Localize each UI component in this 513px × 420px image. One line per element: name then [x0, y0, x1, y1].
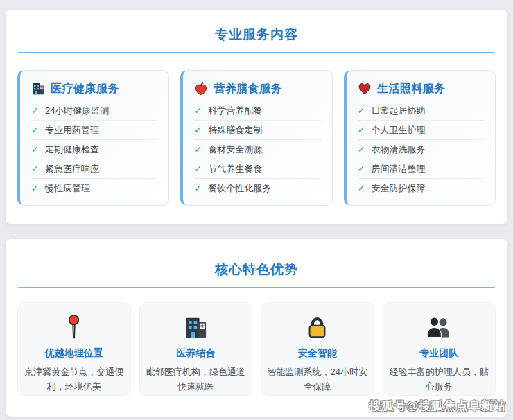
service-item: ✓ 紧急医疗响应 [31, 159, 157, 179]
check-icon: ✓ [31, 145, 39, 154]
service-card-nutrition: 营养膳食服务 ✓ 科学营养配餐 ✓ 特殊膳食定制 ✓ 食材安全溯源 [180, 70, 332, 206]
service-item: ✓ 安全防护保障 [358, 179, 484, 198]
feature-title: 医养结合 [140, 347, 252, 360]
feature-title: 优越地理位置 [18, 347, 130, 360]
service-item: ✓ 节气养生餐食 [194, 159, 320, 179]
title-underline [18, 287, 495, 288]
service-item-label: 特殊膳食定制 [208, 124, 262, 136]
service-item-label: 慢性病管理 [45, 182, 90, 194]
service-item: ✓ 24小时健康监测 [31, 101, 157, 121]
watermark: 搜狐号@搜狐焦点阜新站 [369, 398, 506, 414]
feature-card-medical-care: 医养结合 毗邻医疗机构，绿色通道快速就医 [139, 302, 253, 396]
feature-description: 京津冀黄金节点，交通便利，环境优美 [18, 365, 130, 394]
feature-cards-row: 优越地理位置 京津冀黄金节点，交通便利，环境优美 [6, 302, 507, 396]
service-card-medical: 医疗健康服务 ✓ 24小时健康监测 ✓ 专业用药管理 ✓ 定期健康检查 [17, 70, 169, 206]
feature-title: 专业团队 [383, 347, 496, 360]
service-cards-row: 医疗健康服务 ✓ 24小时健康监测 ✓ 专业用药管理 ✓ 定期健康检查 [6, 70, 507, 206]
service-item: ✓ 个人卫生护理 [358, 121, 484, 140]
service-item: ✓ 食材安全溯源 [194, 140, 320, 159]
service-list: ✓ 科学营养配餐 ✓ 特殊膳食定制 ✓ 食材安全溯源 ✓ 节气养生餐食 [194, 101, 320, 198]
check-icon: ✓ [194, 106, 202, 115]
service-card-header: 生活照料服务 [358, 80, 484, 97]
check-icon: ✓ [358, 164, 365, 173]
feature-title: 安全智能 [261, 347, 374, 360]
apple-icon [194, 82, 208, 96]
services-section: 专业服务内容 [6, 10, 507, 224]
service-item: ✓ 日常起居协助 [358, 101, 484, 121]
feature-card-location: 优越地理位置 京津冀黄金节点，交通便利，环境优美 [17, 302, 131, 396]
check-icon: ✓ [31, 164, 39, 173]
service-item: ✓ 慢性病管理 [31, 179, 157, 198]
check-icon: ✓ [194, 145, 202, 154]
service-item-label: 定期健康检查 [45, 143, 99, 155]
title-underline [18, 52, 495, 53]
lock-icon [261, 313, 374, 341]
features-section-title: 核心特色优势 [6, 239, 507, 279]
service-item-label: 房间清洁整理 [372, 163, 426, 175]
service-item-label: 衣物清洗服务 [372, 143, 426, 155]
check-icon: ✓ [358, 145, 365, 154]
hospital-icon [31, 82, 45, 96]
feature-card-team: 专业团队 经验丰富的护理人员，贴心服务 [383, 302, 496, 396]
feature-description: 智能监测系统，24小时安全保障 [261, 365, 374, 394]
service-item-label: 紧急医疗响应 [45, 163, 99, 175]
service-item-label: 安全防护保障 [372, 182, 426, 194]
service-list: ✓ 24小时健康监测 ✓ 专业用药管理 ✓ 定期健康检查 ✓ 紧急医疗响应 [31, 101, 157, 198]
features-section: 核心特色优势 优越地理位置 京津冀黄金节点，交通便利，环境优美 [6, 239, 507, 417]
service-card-title: 生活照料服务 [377, 82, 446, 96]
service-item: ✓ 特殊膳食定制 [194, 121, 320, 140]
service-card-header: 营养膳食服务 [194, 80, 320, 97]
check-icon: ✓ [358, 125, 365, 134]
service-item-label: 个人卫生护理 [372, 124, 426, 136]
service-card-daily-care: 生活照料服务 ✓ 日常起居协助 ✓ 个人卫生护理 ✓ 衣物清洗服务 [344, 70, 496, 206]
hospital-icon [140, 313, 252, 341]
feature-description: 经验丰富的护理人员，贴心服务 [383, 365, 496, 394]
services-section-title: 专业服务内容 [6, 10, 507, 44]
people-icon [383, 313, 496, 341]
service-item: ✓ 衣物清洗服务 [358, 140, 484, 159]
check-icon: ✓ [31, 184, 39, 193]
check-icon: ✓ [194, 184, 202, 193]
feature-description: 毗邻医疗机构，绿色通道快速就医 [140, 365, 252, 394]
check-icon: ✓ [31, 125, 39, 134]
service-item-label: 专业用药管理 [45, 124, 99, 136]
service-item-label: 食材安全溯源 [208, 143, 262, 155]
feature-card-safety: 安全智能 智能监测系统，24小时安全保障 [261, 302, 374, 396]
check-icon: ✓ [31, 106, 39, 115]
service-item: ✓ 定期健康检查 [31, 140, 157, 159]
check-icon: ✓ [358, 184, 365, 193]
service-item: ✓ 餐饮个性化服务 [194, 179, 320, 198]
check-icon: ✓ [194, 125, 202, 134]
service-card-header: 医疗健康服务 [31, 80, 157, 97]
service-item-label: 餐饮个性化服务 [208, 182, 271, 194]
service-card-title: 医疗健康服务 [51, 82, 119, 96]
page: 专业服务内容 [0, 0, 513, 420]
service-item-label: 24小时健康监测 [45, 105, 109, 116]
service-list: ✓ 日常起居协助 ✓ 个人卫生护理 ✓ 衣物清洗服务 ✓ 房间清洁整理 [358, 101, 484, 198]
service-item: ✓ 房间清洁整理 [358, 159, 484, 179]
service-item-label: 日常起居协助 [372, 105, 426, 116]
heart-icon [358, 82, 372, 96]
check-icon: ✓ [194, 164, 202, 173]
service-item-label: 节气养生餐食 [208, 163, 262, 175]
service-item-label: 科学营养配餐 [208, 105, 262, 116]
service-item: ✓ 专业用药管理 [31, 121, 157, 140]
pushpin-icon [18, 313, 130, 341]
service-item: ✓ 科学营养配餐 [194, 101, 320, 121]
service-card-title: 营养膳食服务 [214, 82, 282, 96]
check-icon: ✓ [358, 106, 365, 115]
